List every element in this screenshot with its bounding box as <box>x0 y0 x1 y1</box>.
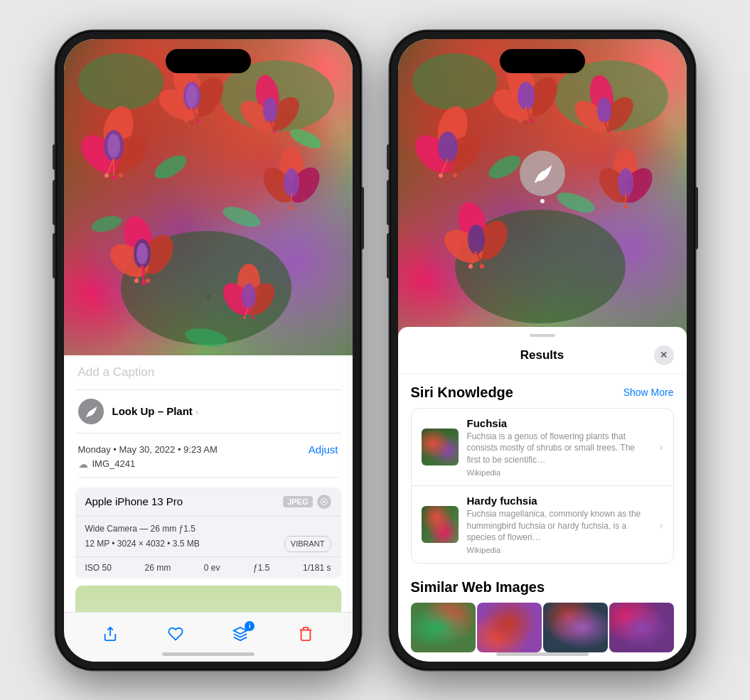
fuchsia-item[interactable]: Fuchsia Fuchsia is a genus of flowering … <box>412 409 673 485</box>
info-area: Add a Caption Look Up – Plant › Mon <box>64 355 353 612</box>
volume-up-button-right[interactable] <box>387 180 390 225</box>
aperture-value: ƒ1.5 <box>253 563 269 573</box>
format-badge: JPEG <box>283 496 312 507</box>
photo-area-right[interactable] <box>398 39 687 338</box>
right-phone: Results ✕ Siri Knowledge Show More Fuchs… <box>390 31 695 670</box>
camera-info: Wide Camera — 26 mm ƒ1.5 12 MP • 3024 × … <box>75 517 341 558</box>
svg-point-76 <box>518 119 522 122</box>
svg-point-21 <box>273 130 276 133</box>
svg-point-47 <box>134 279 139 283</box>
caption-area[interactable]: Add a Caption <box>75 355 341 390</box>
svg-point-85 <box>599 130 601 133</box>
filename: IMG_4241 <box>92 458 136 469</box>
adjust-button[interactable]: Adjust <box>309 443 338 456</box>
svg-point-94 <box>453 173 457 178</box>
hardy-fuchsia-desc: Fuchsia magellanica, commonly known as t… <box>467 508 651 544</box>
svg-point-86 <box>607 130 610 133</box>
ev-value: 0 ev <box>204 563 220 573</box>
similar-image-1[interactable] <box>411 603 476 652</box>
visual-lookup-button[interactable] <box>520 151 565 196</box>
svg-point-104 <box>468 225 485 254</box>
shutter-value: 1/181 s <box>303 563 331 573</box>
show-more-button[interactable]: Show More <box>623 387 674 398</box>
power-button-right[interactable] <box>695 187 698 249</box>
svg-point-108 <box>480 264 484 269</box>
svg-point-109 <box>485 151 524 183</box>
svg-point-77 <box>530 119 533 122</box>
info-button[interactable]: i <box>225 618 256 650</box>
left-phone: Add a Caption Look Up – Plant › Mon <box>55 31 361 670</box>
volume-down-button-right[interactable] <box>387 233 390 279</box>
hardy-fuchsia-item[interactable]: Hardy fuchsia Fuchsia magellanica, commo… <box>412 485 673 563</box>
lookup-icon <box>78 399 104 424</box>
similar-images-title: Similar Web Images <box>411 579 545 595</box>
svg-point-12 <box>195 119 199 122</box>
siri-knowledge-header: Siri Knowledge Show More <box>398 375 687 408</box>
close-button[interactable]: ✕ <box>654 345 674 365</box>
svg-point-72 <box>518 82 535 110</box>
results-title: Results <box>431 348 654 362</box>
svg-point-17 <box>263 97 277 123</box>
left-phone-screen: Add a Caption Look Up – Plant › Mon <box>64 39 353 662</box>
home-indicator-right <box>496 652 589 656</box>
svg-point-90 <box>438 131 458 163</box>
date-text: Monday • May 30, 2022 • 9:23 AM <box>78 444 218 455</box>
fuchsia-desc: Fuchsia is a genus of flowering plants t… <box>467 431 651 466</box>
share-button[interactable] <box>95 618 126 650</box>
svg-point-20 <box>264 130 267 133</box>
page-indicator <box>206 294 210 298</box>
svg-point-7 <box>186 85 198 107</box>
date-section: Monday • May 30, 2022 • 9:23 AM Adjust ☁… <box>75 434 341 480</box>
results-header: Results ✕ <box>398 337 687 375</box>
similar-image-4[interactable] <box>609 603 674 652</box>
map-area[interactable] <box>75 586 341 611</box>
iso-value: ISO 50 <box>85 563 112 573</box>
knowledge-card: Fuchsia Fuchsia is a genus of flowering … <box>411 408 674 564</box>
delete-button[interactable] <box>290 618 321 650</box>
siri-knowledge-title: Siri Knowledge <box>411 384 513 401</box>
fuchsia-chevron: › <box>660 441 663 453</box>
resolution-text: 12 MP • 3024 × 4032 • 3.5 MB <box>85 537 200 551</box>
right-phone-screen: Results ✕ Siri Knowledge Show More Fuchs… <box>398 39 687 662</box>
hardy-fuchsia-chevron: › <box>660 519 663 531</box>
svg-point-82 <box>597 97 611 123</box>
cloud-icon: ☁ <box>78 458 88 470</box>
info-badge: i <box>245 621 255 631</box>
fuchsia-content: Fuchsia Fuchsia is a genus of flowering … <box>467 417 651 477</box>
fuchsia-thumbnail <box>422 429 459 465</box>
dynamic-island-right <box>500 49 585 73</box>
svg-point-48 <box>146 279 150 283</box>
svg-point-11 <box>184 119 188 122</box>
svg-point-78 <box>524 121 527 124</box>
svg-point-31 <box>119 173 123 178</box>
photo-area-left[interactable] <box>64 39 353 355</box>
power-button[interactable] <box>361 187 364 249</box>
results-sheet: Results ✕ Siri Knowledge Show More Fuchs… <box>398 327 687 662</box>
svg-point-57 <box>252 316 255 319</box>
svg-point-13 <box>190 121 193 124</box>
volume-up-button[interactable] <box>53 180 55 225</box>
volume-down-button[interactable] <box>53 233 55 279</box>
svg-point-58 <box>151 151 190 183</box>
svg-point-30 <box>105 173 109 178</box>
svg-point-107 <box>468 264 473 269</box>
location-badge-icon <box>317 495 331 509</box>
fuchsia-source: Wikipedia <box>467 468 651 477</box>
lookup-row[interactable]: Look Up – Plant › <box>75 390 341 434</box>
similar-images-header: Similar Web Images <box>398 569 687 603</box>
svg-point-100 <box>623 205 627 208</box>
focal-value: 26 mm <box>144 563 171 573</box>
similar-image-3[interactable] <box>543 603 608 652</box>
device-section: Apple iPhone 13 Pro JPEG Wide Camera — 2… <box>75 488 341 579</box>
device-header: Apple iPhone 13 Pro JPEG <box>75 488 341 517</box>
svg-point-26 <box>107 134 120 158</box>
hardy-fuchsia-thumbnail <box>422 506 459 543</box>
visual-lookup-dot <box>540 199 545 203</box>
svg-point-59 <box>220 203 262 231</box>
svg-point-60 <box>90 212 124 235</box>
map-background <box>75 586 341 611</box>
favorite-button[interactable] <box>160 618 191 650</box>
similar-image-2[interactable] <box>477 603 542 652</box>
format-badges: JPEG <box>283 495 331 509</box>
similar-images-grid <box>398 603 687 652</box>
